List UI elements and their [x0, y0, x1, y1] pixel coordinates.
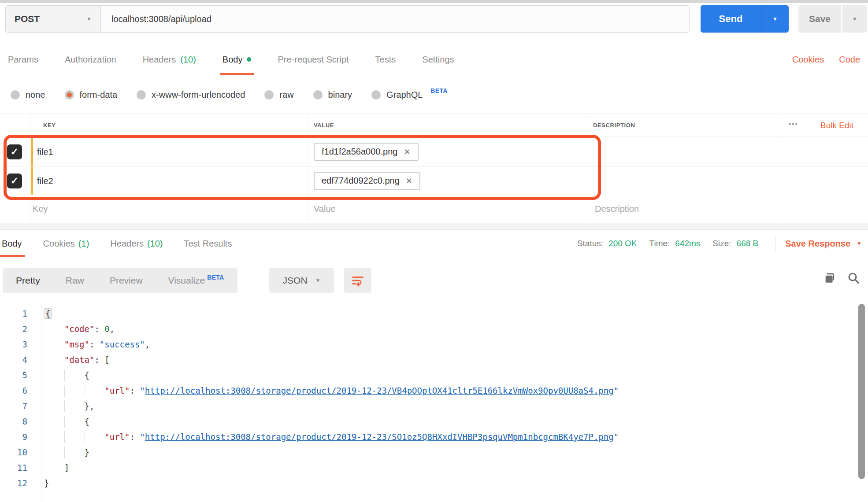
remove-file-icon[interactable]: ✕	[404, 147, 410, 157]
line-number: 1	[0, 306, 27, 321]
view-visualize[interactable]: VisualizeBETA	[168, 275, 224, 286]
indent-guide	[64, 447, 65, 458]
tab-params[interactable]: Params	[8, 44, 38, 75]
description-placeholder[interactable]: Description	[595, 204, 639, 214]
table-row: ✓ file2 edf774d0922c0.png ✕	[0, 167, 868, 195]
response-tab-headers[interactable]: Headers(10)	[110, 230, 163, 257]
wrap-lines-icon	[351, 274, 364, 287]
radio-form-data[interactable]: form-data	[65, 90, 118, 100]
row-checkbox-checked[interactable]: ✓	[7, 173, 22, 188]
radio-none[interactable]: none	[11, 90, 45, 100]
radio-raw[interactable]: raw	[264, 90, 293, 100]
file-name: f1d1f2a56a000.png	[322, 147, 397, 157]
tab-headers[interactable]: Headers(10)	[143, 44, 196, 75]
radio-binary[interactable]: binary	[313, 90, 352, 100]
radio-graphql[interactable]: GraphQL BETA	[371, 90, 448, 100]
response-url-link[interactable]: http://localhost:3008/storage/product/20…	[145, 386, 614, 395]
code-token: {	[44, 309, 52, 318]
line-number: 6	[0, 383, 27, 399]
key-placeholder[interactable]: Key	[33, 204, 48, 214]
code-token	[44, 463, 64, 472]
response-tab-cookies[interactable]: Cookies(1)	[43, 230, 89, 257]
code-link[interactable]: Code	[839, 55, 860, 65]
file-chip[interactable]: f1d1f2a56a000.png ✕	[314, 143, 419, 161]
empty-row: Key Value Description	[0, 195, 868, 222]
headers-count-badge: (10)	[180, 55, 196, 65]
code-token: "url"	[104, 432, 130, 442]
code-line: 6 "url": "http://localhost:3008/storage/…	[0, 383, 868, 399]
table-options-icon[interactable]: •••	[789, 120, 798, 128]
view-pretty[interactable]: Pretty	[16, 275, 40, 286]
code-token: }	[85, 447, 89, 457]
line-number: 9	[0, 429, 27, 445]
tab-authorization[interactable]: Authorization	[65, 44, 116, 75]
key-cell[interactable]: file2	[37, 176, 53, 186]
save-button[interactable]: Save	[798, 5, 841, 33]
chevron-down-icon: ▼	[857, 240, 862, 247]
save-response-button[interactable]: Save Response ▼	[785, 239, 862, 249]
indent-guide	[85, 431, 85, 443]
save-options-button[interactable]: ▼	[842, 5, 867, 33]
vertical-scrollbar[interactable]	[858, 304, 865, 479]
code-line: 10 }	[0, 445, 868, 460]
search-response-button[interactable]	[845, 269, 862, 286]
code-token: {	[85, 370, 89, 380]
tab-tests[interactable]: Tests	[375, 44, 396, 75]
method-selector[interactable]: POST ▼	[5, 5, 100, 33]
url-input[interactable]: localhost:3008/api/upload	[100, 5, 690, 33]
indent-guide	[64, 385, 65, 397]
view-preview[interactable]: Preview	[110, 275, 143, 286]
view-raw[interactable]: Raw	[66, 275, 84, 286]
graphql-beta-badge: BETA	[430, 87, 447, 94]
line-number: 5	[0, 368, 27, 383]
window-edge	[0, 0, 868, 3]
copy-icon	[823, 271, 837, 285]
divider	[775, 236, 775, 251]
code-line: 8 {	[0, 414, 868, 429]
key-cell[interactable]: file1	[37, 147, 53, 157]
send-options-button[interactable]: ▼	[761, 5, 789, 33]
send-button[interactable]: Send	[701, 5, 761, 33]
line-number: 7	[0, 399, 27, 414]
indent-guide	[85, 385, 85, 397]
response-body-viewer[interactable]: 1{2 "code": 0,3 "msg": "success",4 "data…	[0, 300, 868, 502]
tab-pre-request-script[interactable]: Pre-request Script	[278, 44, 349, 75]
size-label: Size:	[712, 239, 731, 248]
line-number: 10	[0, 445, 27, 460]
response-tabs: Body Cookies(1) Headers(10) Test Results…	[0, 230, 868, 257]
copy-response-button[interactable]	[821, 269, 838, 286]
line-number: 2	[0, 321, 27, 337]
code-token: ,	[110, 324, 115, 334]
size-value: 668 B	[737, 239, 759, 248]
response-tab-body[interactable]: Body	[2, 230, 22, 257]
code-token: :	[130, 432, 140, 442]
value-column-header: VALUE	[314, 122, 334, 129]
status-value: 200 OK	[608, 239, 637, 248]
url-text: localhost:3008/api/upload	[111, 14, 211, 24]
code-line: 7 },	[0, 399, 868, 414]
response-url-link[interactable]: http://localhost:3008/storage/product/20…	[145, 432, 614, 442]
code-token: "data"	[64, 355, 95, 365]
file-chip[interactable]: edf774d0922c0.png ✕	[314, 172, 420, 190]
wrap-lines-button[interactable]	[344, 268, 371, 293]
chevron-down-icon: ▼	[315, 277, 321, 284]
cookies-link[interactable]: Cookies	[792, 55, 824, 65]
code-token: "	[614, 386, 619, 395]
method-label: POST	[15, 14, 40, 24]
remove-file-icon[interactable]: ✕	[406, 176, 412, 186]
indent-guide	[64, 416, 65, 428]
code-line: 11 ]	[0, 460, 868, 476]
response-tab-test-results[interactable]: Test Results	[184, 230, 232, 257]
radio-x-www-form-urlencoded[interactable]: x-www-form-urlencoded	[137, 90, 245, 100]
code-token	[44, 340, 64, 349]
radio-icon	[264, 90, 274, 100]
bulk-edit-link[interactable]: Bulk Edit	[820, 121, 853, 130]
row-checkbox-checked[interactable]: ✓	[7, 144, 22, 159]
tab-body[interactable]: Body	[223, 44, 252, 75]
value-placeholder[interactable]: Value	[314, 204, 336, 214]
tab-settings[interactable]: Settings	[422, 44, 454, 75]
language-selector[interactable]: JSON ▼	[269, 268, 334, 293]
code-token: :	[130, 386, 140, 395]
code-token: "	[140, 432, 145, 442]
response-meta: Status: 200 OK Time: 642ms Size: 668 B S…	[577, 236, 868, 251]
